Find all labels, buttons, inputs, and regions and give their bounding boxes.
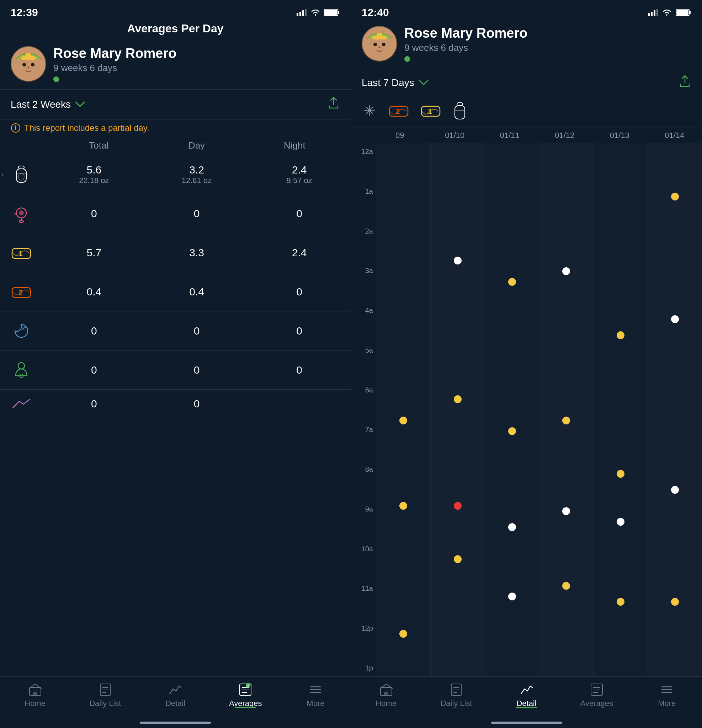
dot-1-2 [454, 502, 462, 510]
svg-point-58 [382, 43, 385, 46]
svg-text:✳: ✳ [363, 103, 376, 118]
pacifier-icon [12, 204, 30, 223]
export-button-left[interactable] [327, 97, 340, 112]
svg-rect-69 [384, 692, 388, 695]
dot-2-2 [508, 523, 516, 531]
home-indicator-right [491, 722, 562, 724]
sleep-total-val: 0 [46, 325, 142, 337]
bottom-nav-right: Home Daily List Detail [351, 676, 702, 719]
more-nav-icon-right [660, 683, 674, 697]
dot-0-1 [399, 502, 407, 510]
export-button-right[interactable] [679, 75, 691, 90]
nav-item-home-right[interactable]: Home [351, 683, 421, 708]
dot-5-1 [671, 315, 679, 323]
diaper1-day-val: 3.3 [149, 247, 245, 259]
bottle-total-sub: 22.18 oz [46, 176, 142, 185]
nav-item-detail-left[interactable]: Detail [140, 683, 210, 708]
nav-item-averages-left[interactable]: ≡ Averages [211, 683, 281, 708]
row-cell-bottle-night: 2.4 9.57 oz [248, 160, 351, 189]
battery-icon-right [676, 9, 691, 16]
svg-rect-65 [457, 103, 463, 105]
dot-4-0 [617, 331, 624, 339]
nav-item-more-right[interactable]: More [632, 683, 702, 708]
time-9a: 9a [351, 505, 376, 513]
warning-icon: ! [11, 123, 21, 133]
diaper2-icon: 2 [11, 284, 32, 300]
svg-rect-2 [302, 10, 304, 16]
col-icon-header [7, 140, 50, 151]
time-8a: 8a [351, 465, 376, 474]
table-header: Total Day Night [0, 137, 351, 155]
date-0114: 01/14 [647, 128, 702, 143]
chart-icons-row: ✳ 2 1 [351, 96, 702, 128]
filter-row-left[interactable]: Last 2 Weeks [0, 90, 351, 120]
online-indicator-right [404, 56, 410, 62]
row-cell-growth-day: 0 [145, 360, 248, 380]
filter-label-left: Last 2 Weeks [11, 99, 71, 110]
row-cell-bottle-day: 3.2 12.61 oz [145, 160, 248, 189]
dot-2-0 [508, 278, 516, 286]
dot-4-3 [617, 598, 624, 606]
time-12p: 12p [351, 624, 376, 633]
time-11a: 11a [351, 584, 376, 592]
dot-3-3 [562, 582, 570, 590]
avatar-left [11, 46, 46, 82]
diaper1-night-val: 2.4 [252, 247, 347, 259]
svg-point-18 [19, 173, 24, 180]
chart-icon-all[interactable]: ✳ [362, 103, 377, 120]
nav-item-averages-right[interactable]: Averages [562, 683, 632, 708]
filter-select-right[interactable]: Last 7 Days [362, 77, 428, 88]
dot-3-2 [562, 507, 570, 515]
nav-item-more-left[interactable]: More [281, 683, 351, 708]
status-icons-left [297, 9, 340, 16]
nav-item-dailylist-right[interactable]: Daily List [421, 683, 491, 708]
svg-rect-52 [689, 11, 690, 14]
nav-item-home-left[interactable]: Home [0, 683, 70, 708]
table-row-diaper2: 2 0.4 0.4 0 [0, 272, 351, 311]
chart-area: 09 01/10 01/11 01/12 01/13 01/14 12a 1a … [351, 128, 702, 676]
dailylist-nav-icon-right [449, 683, 463, 697]
table-row-bottle: › 5.6 22.18 oz 3.2 12.61 oz 2.4 9.57 oz [0, 155, 351, 194]
col-night-header: Night [246, 140, 343, 151]
growth-night-val: 0 [252, 364, 347, 376]
detail-nav-label-left: Detail [165, 699, 185, 708]
chart-icon-diaper2[interactable]: 2 [388, 103, 409, 120]
profile-name-right: Rose Mary Romero [404, 26, 527, 41]
profile-info-right: Rose Mary Romero 9 weeks 6 days [404, 26, 527, 62]
avatar-right [362, 26, 397, 62]
svg-rect-50 [657, 9, 658, 16]
other-total-val: 0 [46, 398, 142, 410]
filter-label-right: Last 7 Days [362, 77, 414, 88]
row-cell-pacifier-day: 0 [145, 204, 248, 223]
bottle-day-val: 3.2 [149, 164, 245, 176]
svg-rect-9 [26, 53, 31, 59]
nav-item-detail-right[interactable]: Detail [491, 683, 562, 708]
filter-select-left[interactable]: Last 2 Weeks [11, 99, 85, 110]
diaper2-day-val: 0.4 [149, 286, 245, 298]
profile-info-left: Rose Mary Romero 9 weeks 6 days [54, 46, 177, 82]
chart-icon-bottle[interactable] [452, 102, 468, 122]
row-cell-diaper2-night: 0 [248, 282, 351, 302]
chart-col-5 [648, 143, 702, 676]
row-cell-bottle-total: 5.6 22.18 oz [43, 160, 145, 189]
row-icon-other [0, 395, 43, 413]
chart-icon-diaper1[interactable]: 1 [420, 103, 441, 120]
row-cell-other-day: 0 [145, 394, 248, 413]
asterisk-icon: ✳ [362, 103, 377, 119]
sleep-night-val: 0 [252, 325, 347, 337]
expand-arrow-bottle[interactable]: › [1, 170, 4, 178]
more-nav-icon-left [308, 683, 323, 697]
detail-nav-icon-left [168, 683, 182, 697]
battery-icon [324, 9, 340, 16]
time-1p: 1p [351, 664, 376, 672]
other-day-val: 0 [149, 398, 245, 410]
svg-point-59 [378, 46, 381, 48]
time-10a: 10a [351, 545, 376, 553]
bottle-day-sub: 12.61 oz [149, 176, 245, 185]
nav-item-dailylist-left[interactable]: Daily List [70, 683, 140, 708]
chevron-down-icon-right [418, 79, 428, 86]
signal-icon [297, 9, 307, 16]
warning-row-left: ! This report includes a partial day. [0, 120, 351, 137]
svg-text:2: 2 [396, 108, 400, 116]
filter-row-right[interactable]: Last 7 Days [351, 69, 702, 96]
